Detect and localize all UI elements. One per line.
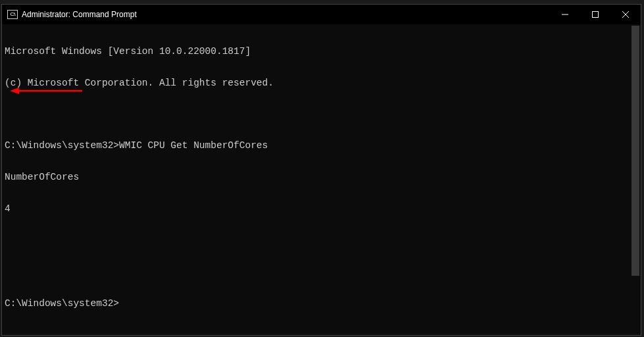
close-button[interactable] [610,5,641,24]
maximize-icon [592,11,599,18]
output-header: NumberOfCores [5,172,638,183]
blank-line [5,110,638,120]
prompt-path-1: C:\Windows\system32> [5,140,119,151]
maximize-button[interactable] [580,5,610,24]
command-line-2: C:\Windows\system32> [5,299,638,309]
copyright-line: (c) Microsoft Corporation. All rights re… [5,78,638,89]
terminal-content[interactable]: Microsoft Windows [Version 10.0.22000.18… [2,24,641,335]
scrollbar[interactable] [630,24,641,335]
version-line: Microsoft Windows [Version 10.0.22000.18… [5,47,638,57]
scrollbar-thumb[interactable] [632,26,639,276]
window-title: Administrator: Command Prompt [22,10,137,19]
cmd-icon-text: C:\ [10,12,14,17]
titlebar-controls [550,5,641,24]
command-text-1: WMIC CPU Get NumberOfCores [119,140,268,151]
blank-line [5,236,638,246]
titlebar[interactable]: C:\ Administrator: Command Prompt [2,5,641,24]
svg-rect-1 [593,12,599,18]
command-prompt-window: C:\ Administrator: Command Prompt [1,4,641,336]
command-line-1: C:\Windows\system32>WMIC CPU Get NumberO… [5,141,638,151]
prompt-path-2: C:\Windows\system32> [5,298,119,309]
blank-line [5,267,638,278]
minimize-button[interactable] [550,5,580,24]
cmd-icon: C:\ [7,10,18,19]
output-value: 4 [5,204,638,215]
close-icon [622,11,629,18]
minimize-icon [562,11,568,18]
titlebar-left: C:\ Administrator: Command Prompt [7,10,137,19]
